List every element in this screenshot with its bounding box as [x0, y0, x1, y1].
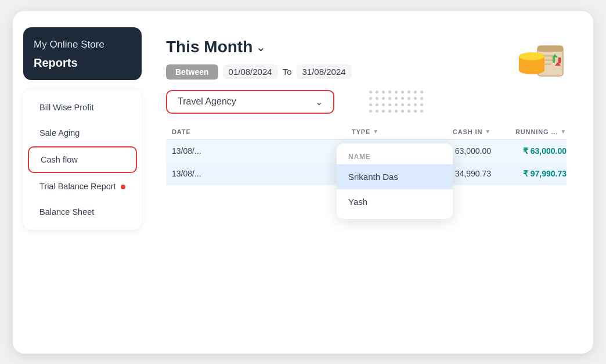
row-date-2: 13/08/... — [172, 169, 224, 178]
svg-rect-1 — [538, 46, 563, 52]
dropdown-chevron-icon: ⌄ — [315, 96, 323, 107]
date-range-row: Between 01/08/2024 To 31/08/2024 — [166, 64, 352, 80]
popup-item-label: Yash — [348, 197, 367, 207]
dot-decoration — [407, 97, 410, 100]
svg-rect-6 — [558, 57, 561, 63]
dot-decoration — [414, 110, 417, 113]
sidebar: My Online Store Reports Bill Wise Profit… — [13, 27, 152, 337]
popup-header: NAME — [337, 148, 453, 164]
dot-decoration — [395, 103, 398, 106]
sidebar-item-label: Cash flow — [41, 155, 78, 164]
sidebar-item-sale-aging[interactable]: Sale Aging — [28, 121, 137, 145]
dot-decoration — [401, 110, 404, 113]
notification-dot — [121, 185, 125, 189]
dot-decoration — [407, 91, 410, 93]
coins-clipboard-icon: $ — [515, 40, 567, 87]
cashin-filter-icon[interactable]: ▼ — [485, 128, 491, 135]
date-to[interactable]: 31/08/2024 — [297, 64, 352, 79]
dot-decoration — [401, 97, 404, 100]
date-from[interactable]: 01/08/2024 — [223, 64, 278, 79]
dot-decoration — [420, 110, 423, 113]
dot-decoration — [388, 91, 391, 93]
dot-decoration — [420, 91, 423, 93]
dot-decoration — [414, 97, 417, 100]
dot-decoration — [388, 110, 391, 113]
dot-decoration — [407, 103, 410, 106]
period-and-date: This Month ⌄ Between 01/08/2024 To 31/08… — [166, 38, 352, 90]
dot-decoration — [382, 97, 385, 100]
dot-decoration — [369, 97, 372, 100]
report-icon-area: $ — [515, 40, 567, 89]
popup-item-yash[interactable]: Yash — [337, 189, 453, 214]
dot-decoration — [382, 91, 385, 93]
between-badge: Between — [166, 64, 218, 80]
dot-decoration — [414, 91, 417, 93]
svg-rect-8 — [553, 57, 555, 63]
dot-decoration — [420, 103, 423, 106]
dropdown-row: Travel Agency ⌄ // Dots will be rendered… — [166, 90, 567, 114]
sidebar-item-label: Trial Balance Report — [39, 182, 116, 191]
col-header-cashin: CASH IN ▼ — [416, 128, 491, 135]
dot-decoration — [382, 103, 385, 106]
dot-decoration — [401, 91, 404, 93]
sidebar-item-label: Balance Sheet — [39, 207, 94, 217]
popup-item-srikanth-das[interactable]: Srikanth Das — [337, 164, 453, 189]
running-filter-icon[interactable]: ▼ — [560, 128, 567, 135]
dot-decoration — [395, 97, 398, 100]
table-header: DATE TYPE ▼ CASH IN ▼ RUNNING ... ▼ — [166, 124, 567, 140]
sidebar-item-label: Bill Wise Profit — [39, 103, 93, 112]
sidebar-header: My Online Store Reports — [23, 27, 142, 80]
dot-decoration — [376, 110, 378, 113]
sidebar-item-bill-wise-profit[interactable]: Bill Wise Profit — [28, 95, 137, 120]
popup-item-label: Srikanth Das — [348, 172, 398, 182]
col-header-date: DATE — [172, 128, 224, 135]
dot-decoration — [407, 110, 410, 113]
store-name: My Online Store — [34, 39, 131, 51]
main-content: This Month ⌄ Between 01/08/2024 To 31/08… — [152, 27, 577, 337]
type-filter-icon[interactable]: ▼ — [373, 128, 379, 135]
dots-decoration: // Dots will be rendered inline — [369, 91, 424, 113]
col-header-running: RUNNING ... ▼ — [491, 128, 567, 135]
dot-decoration — [388, 97, 391, 100]
date-to-label: To — [283, 67, 292, 77]
dot-decoration — [401, 103, 404, 106]
period-chevron-icon[interactable]: ⌄ — [256, 40, 266, 54]
dot-decoration — [388, 103, 391, 106]
dot-decoration — [376, 97, 378, 100]
dot-decoration — [369, 91, 372, 93]
row-running-2: ₹ 97,990.73 — [491, 169, 567, 178]
dot-decoration — [369, 103, 372, 106]
sidebar-item-cash-flow[interactable]: Cash flow — [28, 146, 137, 173]
dot-decoration — [376, 91, 378, 93]
dot-decoration — [382, 110, 385, 113]
row-running-1: ₹ 63,000.00 — [491, 146, 567, 156]
svg-point-15 — [519, 52, 544, 60]
name-dropdown-popup: NAME Srikanth Das Yash — [337, 143, 453, 219]
dot-decoration — [414, 103, 417, 106]
main-container: My Online Store Reports Bill Wise Profit… — [13, 11, 593, 354]
sidebar-menu: Bill Wise Profit Sale Aging Cash flow Tr… — [23, 89, 142, 230]
dot-decoration — [369, 110, 372, 113]
period-selector: This Month ⌄ — [166, 38, 352, 56]
header-row: This Month ⌄ Between 01/08/2024 To 31/08… — [166, 38, 567, 90]
reports-label: Reports — [34, 56, 131, 70]
sidebar-item-trial-balance[interactable]: Trial Balance Report — [28, 174, 137, 199]
sidebar-item-label: Sale Aging — [39, 128, 80, 138]
col-header-type: TYPE ▼ — [352, 128, 416, 135]
row-date-1: 13/08/... — [172, 146, 224, 156]
dot-decoration — [420, 97, 423, 100]
agency-dropdown-value: Travel Agency — [178, 96, 236, 107]
agency-dropdown[interactable]: Travel Agency ⌄ — [166, 90, 334, 114]
dot-decoration — [376, 103, 378, 106]
period-title: This Month — [166, 38, 252, 56]
dot-decoration — [395, 110, 398, 113]
dot-decoration — [395, 91, 398, 93]
sidebar-item-balance-sheet[interactable]: Balance Sheet — [28, 200, 137, 224]
